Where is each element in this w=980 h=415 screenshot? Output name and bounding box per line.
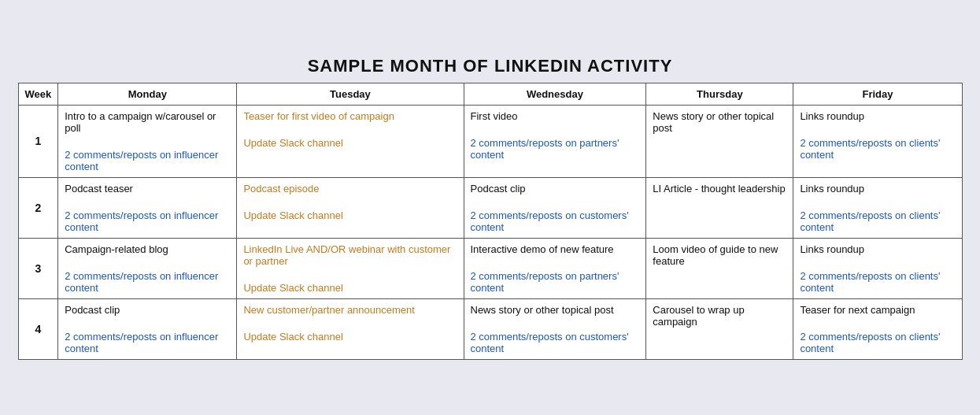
cell-week3-tuesday: LinkedIn Live AND/OR webinar with custom… xyxy=(237,238,464,298)
cell-content: Podcast clip xyxy=(471,183,640,195)
cell-week3-friday: Links roundup2 comments/reposts on clien… xyxy=(793,238,962,298)
main-container: SAMPLE MONTH OF LINKEDIN ACTIVITY Week M… xyxy=(10,48,971,368)
cell-content: Intro to a campaign w/carousel or poll xyxy=(65,110,230,134)
week-number: 1 xyxy=(18,105,58,177)
cell-content: Links roundup xyxy=(800,110,955,122)
cell-week2-friday: Links roundup2 comments/reposts on clien… xyxy=(793,177,962,238)
table-row: 1Intro to a campaign w/carousel or poll2… xyxy=(18,105,962,177)
cell-week4-tuesday: New customer/partner announcementUpdate … xyxy=(237,298,464,359)
cell-content: Teaser for first video of campaign xyxy=(243,110,457,122)
cell-week4-monday: Podcast clip2 comments/reposts on influe… xyxy=(58,298,237,359)
cell-content: 2 comments/reposts on influencer content xyxy=(65,270,230,294)
header-row: Week Monday Tuesday Wednesday Thursday F… xyxy=(18,83,962,105)
cell-week2-tuesday: Podcast episodeUpdate Slack channel xyxy=(237,177,464,238)
table-row: 2Podcast teaser2 comments/reposts on inf… xyxy=(18,177,962,238)
cell-content: Podcast teaser xyxy=(65,183,230,195)
cell-week1-friday: Links roundup2 comments/reposts on clien… xyxy=(793,105,962,177)
cell-content: First video xyxy=(471,110,640,122)
cell-content: 2 comments/reposts on influencer content xyxy=(65,149,230,172)
col-header-monday: Monday xyxy=(58,83,237,105)
cell-content: 2 comments/reposts on customers' content xyxy=(471,331,640,354)
cell-content: Links roundup xyxy=(800,183,955,195)
cell-content: LI Article - thought leadership xyxy=(653,183,786,195)
cell-week4-friday: Teaser for next campaign2 comments/repos… xyxy=(793,298,962,359)
cell-content: New customer/partner announcement xyxy=(243,304,457,316)
cell-content: News story or other topical post xyxy=(653,110,786,134)
cell-week1-tuesday: Teaser for first video of campaignUpdate… xyxy=(237,105,464,177)
week-number: 4 xyxy=(18,298,58,359)
cell-content: Carousel to wrap up campaign xyxy=(653,304,786,328)
cell-week2-wednesday: Podcast clip2 comments/reposts on custom… xyxy=(464,177,646,238)
cell-week3-monday: Campaign-related blog2 comments/reposts … xyxy=(58,238,237,298)
cell-content: Podcast episode xyxy=(243,183,457,195)
cell-week2-thursday: LI Article - thought leadership xyxy=(646,177,793,238)
cell-content: News story or other topical post xyxy=(471,304,640,316)
page-title: SAMPLE MONTH OF LINKEDIN ACTIVITY xyxy=(18,56,963,76)
col-header-wednesday: Wednesday xyxy=(464,83,646,105)
col-header-friday: Friday xyxy=(793,83,962,105)
cell-week1-thursday: News story or other topical post xyxy=(646,105,793,177)
cell-content: 2 comments/reposts on clients' content xyxy=(800,331,955,354)
cell-content: Podcast clip xyxy=(65,304,230,316)
col-header-tuesday: Tuesday xyxy=(237,83,464,105)
cell-week3-thursday: Loom video of guide to new feature xyxy=(646,238,793,298)
cell-content: Update Slack channel xyxy=(243,209,457,221)
cell-content: LinkedIn Live AND/OR webinar with custom… xyxy=(243,243,457,267)
cell-content: 2 comments/reposts on partners' content xyxy=(471,270,640,294)
week-number: 2 xyxy=(18,177,58,238)
activity-table: Week Monday Tuesday Wednesday Thursday F… xyxy=(18,83,963,360)
cell-content: Links roundup xyxy=(800,243,955,255)
col-header-week: Week xyxy=(18,83,58,105)
cell-content: Interactive demo of new feature xyxy=(471,243,640,255)
cell-content: 2 comments/reposts on clients' content xyxy=(800,137,955,161)
cell-content: Teaser for next campaign xyxy=(800,304,955,316)
cell-content: 2 comments/reposts on influencer content xyxy=(65,209,230,233)
cell-content: Loom video of guide to new feature xyxy=(653,243,786,267)
col-header-thursday: Thursday xyxy=(646,83,793,105)
table-row: 3Campaign-related blog2 comments/reposts… xyxy=(18,238,962,298)
cell-week4-wednesday: News story or other topical post2 commen… xyxy=(464,298,646,359)
cell-content: Update Slack channel xyxy=(243,282,457,294)
cell-content: Update Slack channel xyxy=(243,331,457,343)
cell-content: 2 comments/reposts on clients' content xyxy=(800,209,955,233)
cell-week1-monday: Intro to a campaign w/carousel or poll2 … xyxy=(58,105,237,177)
cell-week1-wednesday: First video2 comments/reposts on partner… xyxy=(464,105,646,177)
cell-content: 2 comments/reposts on partners' content xyxy=(471,137,640,161)
cell-content: 2 comments/reposts on clients' content xyxy=(800,270,955,294)
cell-content: Campaign-related blog xyxy=(65,243,230,255)
week-number: 3 xyxy=(18,238,58,298)
cell-content: 2 comments/reposts on influencer content xyxy=(65,331,230,354)
cell-content: 2 comments/reposts on customers' content xyxy=(471,209,640,233)
cell-week4-thursday: Carousel to wrap up campaign xyxy=(646,298,793,359)
cell-week3-wednesday: Interactive demo of new feature2 comment… xyxy=(464,238,646,298)
cell-content: Update Slack channel xyxy=(243,137,457,149)
table-row: 4Podcast clip2 comments/reposts on influ… xyxy=(18,298,962,359)
cell-week2-monday: Podcast teaser2 comments/reposts on infl… xyxy=(58,177,237,238)
